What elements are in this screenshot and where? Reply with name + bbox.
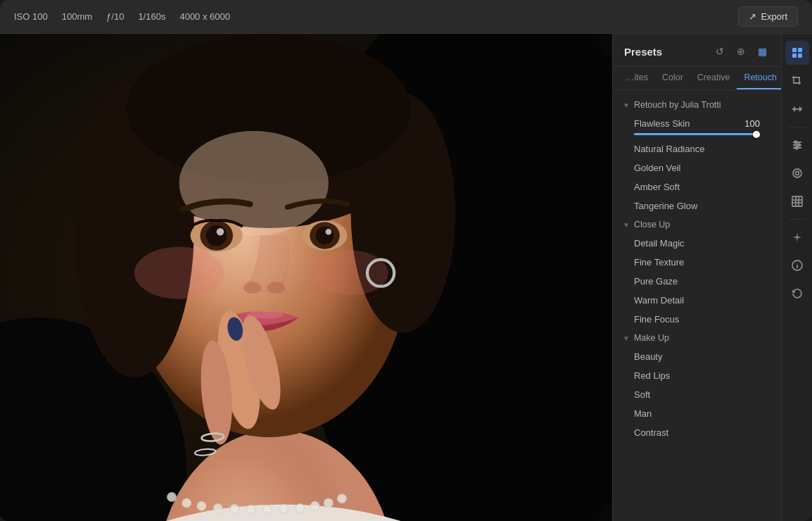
- preset-flawless-skin[interactable]: Flawless Skin 100: [617, 114, 777, 139]
- preset-tangerine-glow-label: Tangerine Glow: [634, 201, 697, 211]
- photo-canvas: [0, 34, 612, 521]
- preset-golden-veil[interactable]: Golden Veil: [617, 158, 777, 177]
- preset-natural-radiance[interactable]: Natural Radiance: [617, 139, 777, 158]
- svg-point-15: [206, 225, 227, 246]
- sparkle-tool-icon[interactable]: [785, 225, 809, 249]
- svg-point-38: [230, 505, 239, 514]
- preset-beauty-label: Beauty: [634, 351, 662, 362]
- focal-length: 100mm: [62, 11, 92, 22]
- preset-fine-focus[interactable]: Fine Focus: [617, 310, 777, 329]
- crop-tool-icon[interactable]: [785, 69, 809, 93]
- preset-amber-soft[interactable]: Amber Soft: [617, 177, 777, 196]
- preset-pure-gaze[interactable]: Pure Gaze: [617, 272, 777, 291]
- svg-point-23: [134, 247, 224, 299]
- flawless-slider-track[interactable]: [634, 133, 760, 135]
- preset-flawless-row: Flawless Skin 100: [634, 118, 760, 129]
- preset-fine-texture[interactable]: Fine Texture: [617, 253, 777, 272]
- view-toggle-icon[interactable]: ▦: [754, 44, 770, 59]
- section-makeup-label: Make Up: [634, 333, 669, 343]
- preset-detail-magic-label: Detail Magic: [634, 238, 685, 249]
- svg-rect-47: [798, 48, 802, 52]
- preset-fine-focus-label: Fine Focus: [634, 314, 679, 325]
- svg-point-43: [310, 501, 319, 510]
- preset-detail-magic[interactable]: Detail Magic: [617, 234, 777, 253]
- svg-rect-46: [792, 48, 797, 52]
- presets-panel: Presets ↺ ⊕ ▦ …ites Color Creative Retou…: [612, 34, 781, 521]
- preset-warm-detail[interactable]: Warm Detail: [617, 291, 777, 310]
- svg-point-40: [262, 506, 272, 515]
- undo-icon[interactable]: ↺: [712, 44, 728, 59]
- aperture: ƒ/10: [106, 11, 124, 22]
- history-tool-icon[interactable]: [785, 282, 809, 306]
- section-arrow-makeup: ▼: [623, 334, 630, 342]
- tab-retouch[interactable]: Retouch: [737, 67, 781, 89]
- grid-tool-icon[interactable]: [785, 189, 809, 213]
- preset-soft-label: Soft: [634, 389, 650, 400]
- export-button[interactable]: ↗ Export: [738, 6, 798, 27]
- preset-pure-gaze-label: Pure Gaze: [634, 276, 678, 287]
- adjust-tool-icon[interactable]: [785, 133, 809, 157]
- svg-point-57: [795, 172, 799, 175]
- section-retouch-julia[interactable]: ▼ Retouch by Julia Trotti: [613, 96, 781, 114]
- svg-point-44: [324, 498, 333, 508]
- tab-creative[interactable]: Creative: [690, 67, 737, 89]
- resolution: 4000 x 6000: [179, 11, 230, 22]
- photo-metadata: ISO 100 100mm ƒ/10 1/160s 4000 x 6000: [14, 11, 230, 22]
- svg-point-42: [296, 503, 305, 513]
- top-bar: ISO 100 100mm ƒ/10 1/160s 4000 x 6000 ↗ …: [0, 0, 812, 34]
- preset-red-lips[interactable]: Red Lips: [617, 366, 777, 385]
- presets-tool-icon[interactable]: [785, 41, 809, 65]
- preset-beauty[interactable]: Beauty: [617, 347, 777, 366]
- svg-point-45: [338, 494, 347, 503]
- svg-point-21: [243, 282, 261, 294]
- svg-rect-49: [798, 54, 802, 58]
- photo-svg: [0, 34, 612, 521]
- photo-area: [0, 34, 612, 521]
- svg-point-65: [797, 263, 797, 264]
- preset-flawless-label: Flawless Skin: [634, 118, 690, 129]
- presets-tabs: …ites Color Creative Retouch External: [613, 67, 781, 90]
- tab-color[interactable]: Color: [655, 67, 690, 89]
- svg-point-39: [246, 506, 255, 515]
- shutter-speed: 1/160s: [138, 11, 165, 22]
- iso-value: ISO 100: [14, 11, 48, 22]
- svg-point-12: [179, 131, 329, 236]
- preset-golden-veil-label: Golden Veil: [634, 163, 681, 173]
- flawless-slider-thumb[interactable]: [753, 131, 760, 138]
- svg-point-16: [217, 228, 224, 236]
- preset-man[interactable]: Man: [617, 404, 777, 423]
- preset-soft[interactable]: Soft: [617, 385, 777, 404]
- section-closeup-label: Close Up: [634, 220, 670, 230]
- svg-point-24: [314, 251, 388, 296]
- add-preset-icon[interactable]: ⊕: [733, 44, 749, 59]
- export-icon: ↗: [749, 11, 756, 22]
- svg-point-54: [797, 144, 800, 146]
- svg-point-35: [182, 498, 191, 508]
- svg-point-53: [794, 141, 797, 144]
- section-make-up[interactable]: ▼ Make Up: [613, 329, 781, 347]
- svg-point-34: [167, 493, 177, 502]
- svg-point-41: [279, 505, 288, 514]
- preset-man-label: Man: [634, 408, 652, 419]
- presets-header-actions: ↺ ⊕ ▦: [712, 44, 770, 59]
- main-content: Presets ↺ ⊕ ▦ …ites Color Creative Retou…: [0, 34, 812, 521]
- svg-point-55: [795, 146, 798, 149]
- presets-header: Presets ↺ ⊕ ▦: [613, 34, 781, 67]
- svg-point-56: [793, 169, 801, 177]
- tab-favorites[interactable]: …ites: [618, 67, 655, 89]
- flip-tool-icon[interactable]: [785, 97, 809, 121]
- presets-title: Presets: [624, 46, 662, 58]
- section-close-up[interactable]: ▼ Close Up: [613, 215, 781, 234]
- toolbar-divider-1: [789, 127, 806, 127]
- preset-contrast[interactable]: Contrast: [617, 423, 777, 442]
- flawless-slider-fill: [634, 133, 760, 135]
- app-container: ISO 100 100mm ƒ/10 1/160s 4000 x 6000 ↗ …: [0, 0, 812, 521]
- preset-natural-radiance-label: Natural Radiance: [634, 144, 704, 154]
- section-julia-label: Retouch by Julia Trotti: [634, 100, 721, 110]
- healing-tool-icon[interactable]: [785, 161, 809, 185]
- preset-tangerine-glow[interactable]: Tangerine Glow: [617, 196, 777, 215]
- info-tool-icon[interactable]: [785, 253, 809, 277]
- section-arrow-closeup: ▼: [623, 221, 630, 229]
- svg-point-22: [267, 282, 285, 294]
- export-label: Export: [761, 11, 787, 22]
